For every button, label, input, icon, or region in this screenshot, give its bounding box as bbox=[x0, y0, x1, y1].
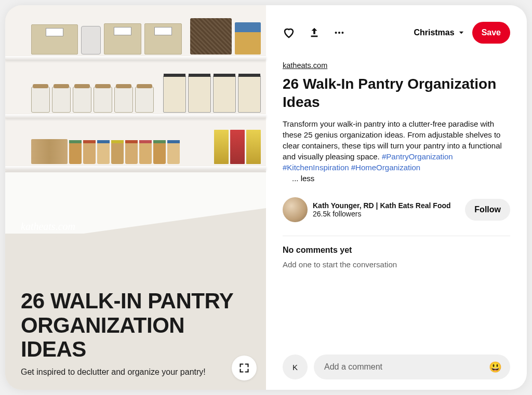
pin-description: Transform your walk-in pantry into a clu… bbox=[283, 118, 510, 173]
comment-placeholder: Add a comment bbox=[324, 362, 382, 372]
like-button[interactable] bbox=[283, 26, 295, 39]
hashtag[interactable]: #HomeOrganization bbox=[351, 163, 420, 172]
heart-icon bbox=[283, 26, 295, 39]
svg-point-1 bbox=[338, 32, 340, 34]
comment-bar: K Add a comment 😃 bbox=[283, 355, 510, 379]
board-selector[interactable]: Christmas bbox=[414, 28, 464, 37]
follow-button[interactable]: Follow bbox=[465, 199, 510, 221]
emoji-icon[interactable]: 😃 bbox=[489, 361, 502, 373]
user-avatar[interactable]: K bbox=[283, 355, 308, 379]
more-icon bbox=[334, 27, 345, 38]
zoom-icon bbox=[239, 363, 249, 373]
pin-card: katheats.com 26 WALK-IN PANTRY ORGANIZAT… bbox=[5, 5, 527, 390]
more-button[interactable] bbox=[334, 27, 345, 38]
hashtag[interactable]: #PantryOrganization bbox=[382, 152, 453, 161]
source-link[interactable]: katheats.com bbox=[283, 61, 510, 70]
pantry-photo[interactable] bbox=[5, 5, 266, 234]
image-heading: 26 WALK-IN PANTRY ORGANIZATION IDEAS bbox=[21, 289, 245, 361]
pin-title: 26 Walk-In Pantry Organization Ideas bbox=[283, 75, 510, 111]
hashtag[interactable]: #KitchenInspiration bbox=[283, 163, 349, 172]
board-name: Christmas bbox=[414, 28, 454, 37]
pin-details-panel: Christmas Save katheats.com 26 Walk-In P… bbox=[266, 5, 527, 390]
save-button[interactable]: Save bbox=[472, 22, 510, 44]
share-button[interactable] bbox=[309, 27, 320, 38]
creator-avatar[interactable] bbox=[283, 197, 308, 222]
chevron-down-icon bbox=[458, 29, 465, 36]
creator-row: Kath Younger, RD | Kath Eats Real Food 2… bbox=[283, 197, 510, 222]
svg-point-0 bbox=[335, 32, 337, 34]
svg-point-2 bbox=[341, 32, 343, 34]
divider bbox=[283, 236, 510, 236]
collapse-toggle[interactable]: ... less bbox=[292, 174, 510, 183]
comments-empty-text: Add one to start the conversation bbox=[283, 260, 510, 269]
comment-input[interactable]: Add a comment 😃 bbox=[314, 355, 510, 379]
top-action-bar: Christmas Save bbox=[283, 22, 510, 44]
comments-header: No comments yet bbox=[283, 246, 510, 255]
image-subheading: Get inspired to declutter and organize y… bbox=[21, 367, 245, 377]
creator-name[interactable]: Kath Younger, RD | Kath Eats Real Food bbox=[313, 201, 460, 210]
share-icon bbox=[309, 27, 320, 38]
creator-followers: 26.5k followers bbox=[313, 210, 460, 218]
image-caption: 26 WALK-IN PANTRY ORGANIZATION IDEAS Get… bbox=[21, 289, 245, 377]
pin-image-panel: katheats.com 26 WALK-IN PANTRY ORGANIZAT… bbox=[5, 5, 266, 390]
image-watermark: katheats.com bbox=[21, 221, 75, 233]
zoom-button[interactable] bbox=[232, 356, 257, 380]
